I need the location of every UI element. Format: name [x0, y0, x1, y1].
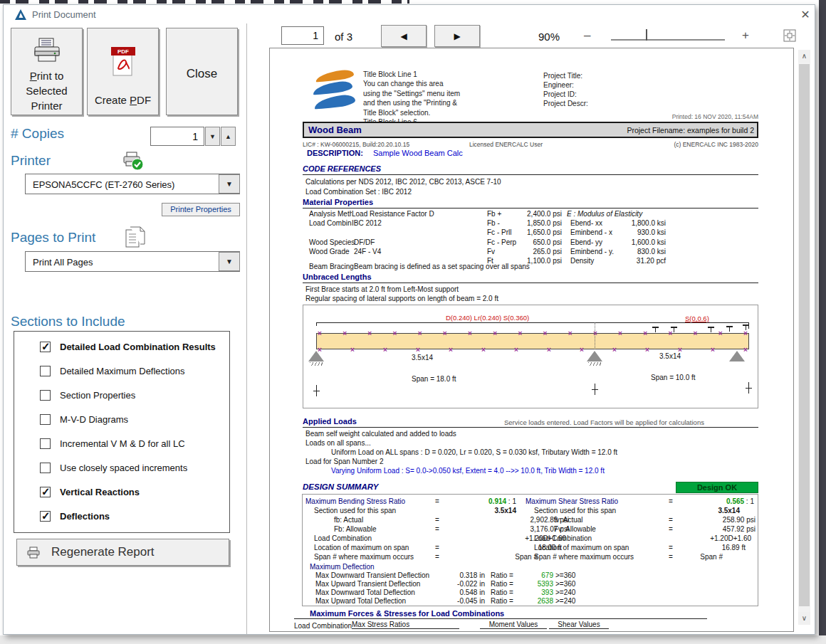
material-properties-title: Material Properties: [303, 198, 373, 206]
checkbox-icon[interactable]: [40, 342, 51, 352]
sections-box: Detailed Load Combination Results Detail…: [14, 331, 230, 533]
pages-select[interactable]: Print All Pages ▼: [25, 251, 240, 272]
modulus-value: 1,800.0 ksi: [597, 219, 666, 227]
print-to-selected-printer-button[interactable]: Print to Selected Printer: [11, 28, 83, 115]
section-checkbox-vertical-reactions[interactable]: Vertical Reactions: [27, 487, 226, 500]
max-deflection-title: Maximum Deflection: [310, 563, 375, 571]
applied-loads-title: Applied Loads: [303, 417, 357, 426]
checkbox-icon[interactable]: [40, 487, 51, 497]
fit-page-icon[interactable]: [783, 29, 796, 42]
summary-value: Span #: [654, 553, 723, 561]
forces-col-load-combination: Load Combination: [294, 622, 352, 630]
ratio-eq: Ratio =: [491, 580, 513, 588]
summary-label: fv: Actual: [554, 516, 583, 524]
uniform-load-label: D(0.240) Lr(0.240) S(0.360): [446, 314, 529, 322]
zoom-slider-handle[interactable]: [646, 29, 647, 41]
varying-load-arrow: [743, 324, 749, 329]
close-button[interactable]: Close: [166, 28, 238, 115]
print-preview-area[interactable]: Title Block Line 1 You can change this a…: [269, 48, 794, 632]
equals: =: [435, 544, 439, 551]
stress-value: 1,650.0 psi: [483, 228, 562, 236]
scroll-up-icon[interactable]: ∧: [798, 50, 810, 63]
checkbox-icon[interactable]: [40, 366, 51, 376]
pages-selected-value: Print All Pages: [33, 257, 93, 268]
modulus-value: 1,600.0 ksi: [597, 238, 666, 246]
deflection-value: -0.022 in: [412, 580, 485, 588]
stress-value: 650.0 psi: [483, 238, 562, 246]
mid-support-line: [595, 322, 595, 349]
applied-loads-note: Service loads entered. Load Factors will…: [504, 418, 769, 426]
modulus-value: 830.0 ksi: [597, 248, 666, 255]
ratio-limit: >=240: [555, 588, 575, 596]
printer-dropdown-arrow-icon[interactable]: ▼: [219, 174, 240, 194]
copies-decrement-button[interactable]: ▼: [205, 127, 220, 146]
section-size-span1: 3.5x14: [412, 354, 433, 361]
section-checkbox-closely-spaced[interactable]: Use closely spaced increments: [27, 463, 226, 475]
zoom-in-button[interactable]: +: [742, 28, 749, 43]
preview-scrollbar[interactable]: ∧ ∨: [798, 50, 810, 625]
forces-table-title: Maximum Forces & Stresses for Load Combi…: [310, 609, 504, 618]
printer-label: Printer: [11, 153, 51, 169]
deflection-value: 0.548 in: [412, 588, 485, 596]
stress-value: 265.0 psi: [483, 248, 562, 255]
ratio-value: 393: [521, 588, 553, 596]
beam-diagram: D(0.240) Lr(0.240) S(0.360) S(0,0.6) ×××…: [303, 305, 758, 408]
copies-increment-button[interactable]: ▲: [221, 127, 236, 146]
section-checkbox-detailed-max-deflections[interactable]: Detailed Maximum Deflections: [27, 366, 226, 379]
pages-dropdown-arrow-icon[interactable]: ▼: [219, 252, 240, 271]
copies-input[interactable]: [150, 127, 204, 146]
equals: =: [435, 497, 439, 505]
close-icon[interactable]: ✕: [798, 8, 813, 22]
shear-ratio-value: 0.565 : 1: [683, 497, 754, 505]
zoom-out-button[interactable]: –: [584, 28, 590, 43]
support-middle: [587, 351, 602, 361]
equals: =: [669, 497, 673, 505]
summary-label: Fb: Allowable: [334, 525, 376, 533]
deflection-label: Max Downward Total Deflection: [315, 588, 415, 596]
checkbox-icon[interactable]: [40, 463, 51, 473]
summary-label: Location of maximum on span: [534, 544, 629, 551]
zoom-slider[interactable]: [611, 39, 725, 41]
summary-value: 258.90 psi: [654, 516, 756, 524]
section-checkbox-incremental-vmd[interactable]: Incremental V M & D for all LC: [27, 438, 226, 451]
summary-label: Span # where maximum occurs: [314, 553, 414, 561]
section-checkbox-mvd-diagrams[interactable]: M-V-D Diagrams: [27, 414, 226, 427]
copyright: (c) ENERCALC INC 1983-2020: [616, 141, 758, 148]
page-number-input[interactable]: [281, 26, 324, 45]
section-used-value: 3.5x14: [448, 507, 516, 514]
equals: =: [435, 553, 439, 561]
applied-loads-line1: Beam self weight calculated and added to…: [305, 430, 456, 438]
checkbox-icon[interactable]: [40, 414, 51, 425]
support-middle-hatch: [588, 362, 601, 366]
checkbox-icon[interactable]: [40, 438, 51, 449]
summary-label: fb: Actual: [334, 516, 363, 524]
stress-value: 2,400.0 psi: [483, 210, 562, 218]
forces-col-max-stress-ratios: Max Stress Ratios: [352, 621, 459, 629]
section-used-label: Section used for this span: [314, 507, 396, 514]
checkbox-icon[interactable]: [40, 511, 51, 522]
deflection-value: 0.318 in: [412, 571, 485, 579]
scrollbar-thumb[interactable]: [799, 64, 810, 606]
next-page-button[interactable]: ▶: [434, 25, 480, 47]
dialog-titlebar: Print Document ✕: [4, 5, 815, 23]
support-left: [308, 351, 324, 361]
printer-properties-button[interactable]: Printer Properties: [162, 203, 240, 216]
summary-value: 16.89 ft: [654, 544, 746, 551]
description-value: Sample Wood Beam Calc: [373, 149, 463, 157]
parent-window-bottom: [0, 635, 826, 644]
previous-page-button[interactable]: ◀: [381, 25, 427, 47]
pages-to-print-label: Pages to Print: [11, 230, 95, 246]
printer-ready-icon: [123, 152, 145, 171]
scroll-down-icon[interactable]: ∨: [798, 612, 810, 625]
company-logo: [313, 70, 357, 114]
create-pdf-button[interactable]: PDF Create PDF: [87, 28, 159, 115]
section-checkbox-section-properties[interactable]: Section Properties: [27, 390, 226, 403]
checkbox-icon[interactable]: [40, 390, 51, 401]
regenerate-report-button[interactable]: Regenerate Report: [16, 539, 229, 566]
printer-select[interactable]: EPSONA5CCFC (ET-2760 Series) ▼: [25, 174, 240, 194]
section-checkbox-deflections[interactable]: Deflections: [27, 511, 226, 524]
brace-marks-bottom: ××××××××××××××: [318, 347, 748, 353]
summary-label: Load Combination: [314, 534, 372, 542]
section-checkbox-detailed-load-combination[interactable]: Detailed Load Combination Results: [27, 342, 226, 354]
modulus-value: 31.20 pcf: [597, 257, 666, 265]
